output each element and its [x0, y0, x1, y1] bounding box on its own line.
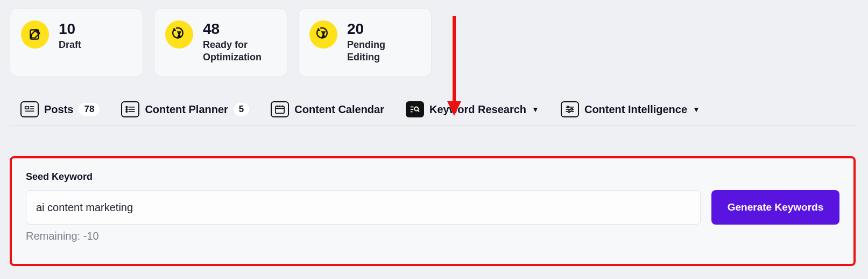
stat-card-ready: 48 Ready for Optimization	[154, 8, 287, 77]
svg-point-19	[414, 107, 418, 111]
generate-keywords-button[interactable]: Generate Keywords	[711, 190, 839, 225]
tab-label: Keyword Research	[429, 103, 526, 116]
seed-keyword-panel: Seed Keyword Generate Keywords Remaining…	[10, 156, 856, 266]
tab-keyword-research[interactable]: Keyword Research ▼	[406, 101, 539, 117]
search-list-icon	[406, 101, 424, 117]
stat-card-draft: 10 Draft	[10, 8, 143, 77]
tab-label: Content Calendar	[294, 103, 384, 116]
svg-rect-11	[276, 106, 284, 113]
svg-point-22	[567, 106, 569, 108]
stat-count: 48	[203, 20, 276, 38]
list-icon	[121, 101, 139, 117]
hourglass-refresh-icon	[165, 20, 193, 48]
chevron-down-icon: ▼	[693, 105, 700, 114]
stat-count: 10	[59, 20, 81, 38]
svg-point-26	[568, 111, 570, 113]
stat-card-pending: 20 Pending Editing	[298, 8, 432, 77]
hourglass-refresh-icon	[309, 20, 337, 48]
posts-icon	[20, 101, 39, 117]
tab-badge: 5	[234, 103, 249, 116]
stats-row: 10 Draft 48 Ready for Optimization 20	[0, 0, 868, 77]
tab-content-calendar[interactable]: Content Calendar	[271, 101, 384, 117]
tab-content-planner[interactable]: Content Planner 5	[121, 101, 249, 117]
svg-point-9	[126, 111, 128, 113]
draft-icon	[21, 20, 49, 48]
svg-rect-1	[25, 107, 29, 109]
remaining-count: Remaining: -10	[26, 230, 839, 242]
seed-keyword-label: Seed Keyword	[26, 171, 839, 183]
svg-point-7	[126, 109, 128, 110]
stat-label: Pending Editing	[347, 39, 420, 63]
sliders-icon	[561, 101, 579, 117]
svg-line-20	[418, 110, 419, 112]
stat-count: 20	[347, 20, 420, 38]
tab-label: Content Intelligence	[584, 103, 687, 116]
svg-point-5	[126, 107, 128, 108]
tab-badge: 78	[79, 103, 100, 116]
tab-posts[interactable]: Posts 78	[20, 101, 100, 117]
stat-label: Draft	[59, 39, 81, 51]
tab-label: Posts	[44, 103, 73, 116]
svg-point-24	[571, 108, 573, 110]
seed-keyword-input[interactable]	[26, 190, 701, 225]
stat-label: Ready for Optimization	[203, 39, 276, 63]
tab-label: Content Planner	[145, 103, 228, 116]
calendar-icon	[271, 101, 289, 117]
tabs-row: Posts 78 Content Planner 5	[10, 101, 858, 125]
chevron-down-icon: ▼	[532, 105, 539, 114]
tab-content-intelligence[interactable]: Content Intelligence ▼	[561, 101, 700, 117]
